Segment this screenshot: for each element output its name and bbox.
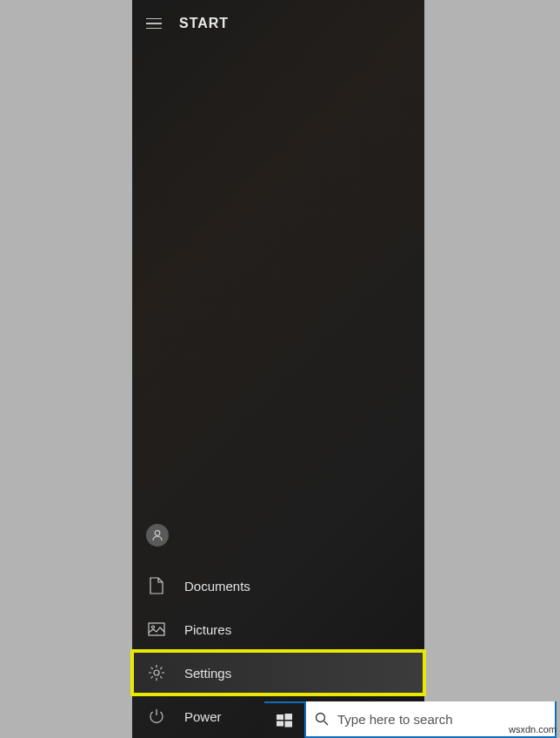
menu-item-pictures[interactable]: Pictures	[132, 607, 424, 651]
user-account-button[interactable]	[132, 515, 424, 555]
menu-item-settings[interactable]: Settings	[132, 651, 424, 694]
document-icon	[148, 577, 165, 594]
spacer	[132, 47, 424, 515]
windows-icon	[277, 713, 292, 728]
start-title: START	[179, 16, 229, 31]
svg-point-2	[152, 626, 155, 628]
svg-point-0	[155, 531, 160, 536]
pictures-label: Pictures	[184, 622, 231, 637]
start-menu: START Documents Pictures Settings	[132, 0, 424, 738]
hamburger-icon[interactable]	[146, 18, 162, 30]
svg-rect-7	[285, 721, 293, 728]
gear-icon	[148, 664, 165, 681]
start-button[interactable]	[264, 703, 304, 738]
svg-rect-5	[285, 714, 293, 720]
power-icon	[148, 708, 165, 725]
settings-label: Settings	[184, 666, 231, 681]
svg-rect-6	[277, 721, 283, 727]
pictures-icon	[148, 621, 165, 638]
start-header: START	[132, 0, 424, 47]
user-avatar-icon	[146, 524, 169, 547]
svg-point-3	[154, 670, 159, 675]
power-label: Power	[184, 709, 222, 724]
watermark: wsxdn.com	[509, 724, 557, 735]
documents-label: Documents	[184, 579, 250, 594]
svg-point-8	[317, 714, 325, 722]
search-icon	[315, 712, 329, 726]
svg-rect-4	[277, 715, 283, 720]
menu-item-documents[interactable]: Documents	[132, 564, 424, 607]
